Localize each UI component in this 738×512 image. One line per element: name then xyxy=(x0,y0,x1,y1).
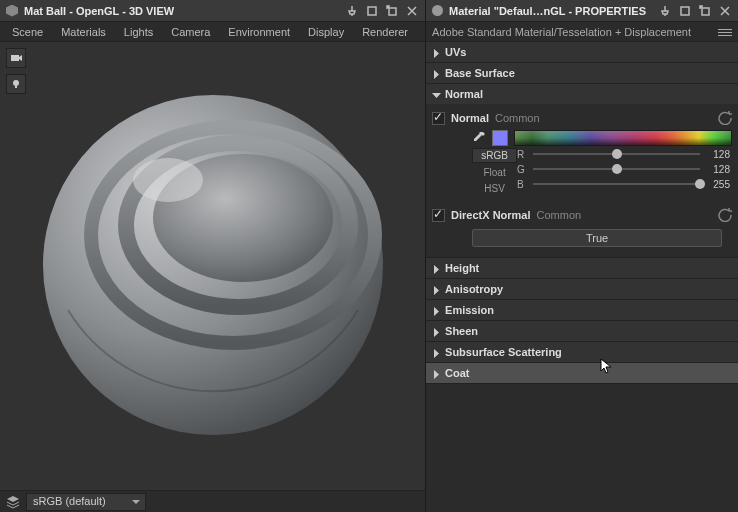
shader-row: Adobe Standard Material/Tesselation + Di… xyxy=(426,22,738,42)
viewport-title: Mat Ball - OpenGL - 3D VIEW xyxy=(24,5,174,17)
directx-param-name: DirectX Normal xyxy=(451,209,530,221)
svg-rect-0 xyxy=(368,7,376,15)
section-height[interactable]: Height xyxy=(426,258,738,278)
tab-camera[interactable]: Camera xyxy=(163,24,218,40)
viewport-3d[interactable] xyxy=(0,42,425,490)
svg-point-9 xyxy=(133,158,203,202)
slider-b[interactable] xyxy=(533,178,700,190)
section-anisotropy[interactable]: Anisotropy xyxy=(426,279,738,299)
mode-hsv[interactable]: HSV xyxy=(472,182,517,195)
mode-float[interactable]: Float xyxy=(472,166,517,179)
section-uvs[interactable]: UVs xyxy=(426,42,738,62)
section-normal[interactable]: Normal xyxy=(426,84,738,104)
eyedropper-icon[interactable] xyxy=(472,131,486,145)
cube-icon xyxy=(6,5,18,17)
mode-srgb[interactable]: sRGB xyxy=(472,148,517,163)
svg-rect-11 xyxy=(702,8,709,15)
properties-body: UVs Base Surface Normal Normal Common xyxy=(426,42,738,512)
chevron-right-icon xyxy=(432,48,441,57)
svg-rect-1 xyxy=(389,8,396,15)
section-sheen[interactable]: Sheen xyxy=(426,321,738,341)
slider-g[interactable] xyxy=(533,163,700,175)
section-emission[interactable]: Emission xyxy=(426,300,738,320)
chevron-right-icon xyxy=(432,369,441,378)
reset-icon[interactable] xyxy=(718,111,732,125)
tab-materials[interactable]: Materials xyxy=(53,24,114,40)
normal-checkbox[interactable] xyxy=(432,112,445,125)
section-subsurface[interactable]: Subsurface Scattering xyxy=(426,342,738,362)
camera-tool-icon[interactable] xyxy=(6,48,26,68)
pin-icon[interactable] xyxy=(345,4,359,18)
material-ball-preview xyxy=(38,90,388,442)
menu-icon[interactable] xyxy=(718,27,732,37)
value-b: 255 xyxy=(706,179,730,190)
close-icon[interactable] xyxy=(718,4,732,18)
color-swatch[interactable] xyxy=(492,130,508,146)
popout-icon[interactable] xyxy=(698,4,712,18)
chevron-right-icon xyxy=(432,69,441,78)
svg-rect-10 xyxy=(681,7,689,15)
directx-param-sub: Common xyxy=(537,209,582,221)
properties-titlebar: Material "Defaul…nGL - PROPERTIES xyxy=(426,0,738,22)
value-g: 128 xyxy=(706,164,730,175)
tab-lights[interactable]: Lights xyxy=(116,24,161,40)
properties-title: Material "Defaul…nGL - PROPERTIES xyxy=(449,5,646,17)
shader-name: Adobe Standard Material/Tesselation + Di… xyxy=(432,26,691,38)
normal-param-sub: Common xyxy=(495,112,540,124)
svg-rect-4 xyxy=(15,86,17,88)
color-spectrum[interactable] xyxy=(514,130,732,146)
svg-rect-2 xyxy=(11,55,19,61)
close-icon[interactable] xyxy=(405,4,419,18)
tab-scene[interactable]: Scene xyxy=(4,24,51,40)
value-r: 128 xyxy=(706,149,730,160)
chevron-right-icon xyxy=(432,327,441,336)
tab-renderer[interactable]: Renderer xyxy=(354,24,416,40)
channel-b-label: B xyxy=(517,179,527,190)
section-base-surface[interactable]: Base Surface xyxy=(426,63,738,83)
pin-icon[interactable] xyxy=(658,4,672,18)
material-icon xyxy=(432,5,443,16)
chevron-down-icon xyxy=(432,90,441,99)
tab-display[interactable]: Display xyxy=(300,24,352,40)
section-coat[interactable]: Coat xyxy=(426,363,738,383)
tab-environment[interactable]: Environment xyxy=(220,24,298,40)
channel-r-label: R xyxy=(517,149,527,160)
viewport-titlebar: Mat Ball - OpenGL - 3D VIEW xyxy=(0,0,425,22)
colorspace-value: sRGB (default) xyxy=(33,495,106,507)
popout-icon[interactable] xyxy=(385,4,399,18)
chevron-right-icon xyxy=(432,306,441,315)
normal-param-name: Normal xyxy=(451,112,489,124)
directx-true-button[interactable]: True xyxy=(472,229,722,247)
svg-point-3 xyxy=(13,80,19,86)
viewport-statusbar: sRGB (default) xyxy=(0,490,425,512)
layers-icon[interactable] xyxy=(6,495,20,509)
reset-icon[interactable] xyxy=(718,208,732,222)
light-tool-icon[interactable] xyxy=(6,74,26,94)
maximize-icon[interactable] xyxy=(678,4,692,18)
maximize-icon[interactable] xyxy=(365,4,379,18)
viewport-tabs: Scene Materials Lights Camera Environmen… xyxy=(0,22,425,42)
chevron-right-icon xyxy=(432,264,441,273)
chevron-right-icon xyxy=(432,348,441,357)
channel-g-label: G xyxy=(517,164,527,175)
chevron-right-icon xyxy=(432,285,441,294)
slider-r[interactable] xyxy=(533,148,700,160)
directx-normal-checkbox[interactable] xyxy=(432,209,445,222)
colorspace-select[interactable]: sRGB (default) xyxy=(26,493,146,511)
